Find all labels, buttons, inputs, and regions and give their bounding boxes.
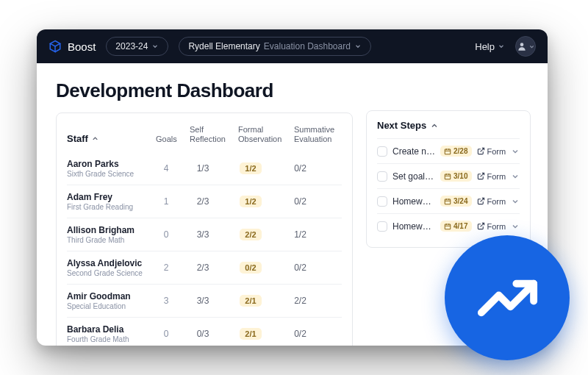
topbar: Boost 2023-24 Rydell Elementary Evaluati…	[37, 29, 548, 63]
step-date: 3/24	[440, 196, 471, 207]
external-link-icon	[477, 147, 485, 155]
staff-table: Staff Goals Self Reflection Formal Obser…	[56, 113, 353, 346]
chevron-up-icon	[430, 121, 439, 130]
sum-value: 0/2	[276, 262, 324, 273]
staff-subject: Second Grade Science	[67, 269, 151, 277]
sum-value: 0/2	[276, 196, 324, 207]
step-date: 4/17	[440, 221, 471, 232]
school-name: Rydell Elementary	[188, 41, 259, 51]
chevron-up-icon	[91, 135, 99, 143]
table-row[interactable]: Alyssa AndjelovicSecond Grade Science22/…	[67, 251, 342, 284]
external-link-icon	[477, 172, 485, 180]
sum-value: 0/2	[276, 329, 324, 339]
context-selector[interactable]: Rydell Elementary Evaluation Dashboard	[179, 37, 370, 56]
staff-subject: Special Education	[67, 302, 151, 310]
user-icon	[517, 41, 527, 51]
goals-value: 4	[151, 163, 181, 174]
goals-value: 0	[151, 229, 181, 240]
next-steps-card: Next Steps Create n…2/28FormSet goal…3/1…	[366, 110, 531, 248]
self-value: 0/3	[181, 329, 225, 339]
brand-name: Boost	[68, 40, 96, 53]
table-row[interactable]: Adam FreyFirst Grade Reading12/31/20/2	[67, 185, 342, 218]
sum-value: 2/2	[276, 296, 324, 306]
calendar-icon	[444, 173, 451, 180]
col-self[interactable]: Self Reflection	[190, 125, 234, 144]
step-checkbox[interactable]	[377, 221, 387, 232]
chevron-down-icon[interactable]	[511, 172, 520, 181]
goals-value: 2	[151, 262, 181, 273]
step-form-link[interactable]: Form	[477, 147, 506, 156]
next-step-item: Homew…4/17Form	[377, 213, 520, 238]
col-formal[interactable]: Formal Observation	[238, 125, 290, 144]
col-goals[interactable]: Goals	[156, 135, 185, 144]
external-link-icon	[477, 197, 485, 205]
page-title: Development Dashboard	[56, 79, 353, 102]
calendar-icon	[444, 148, 451, 155]
staff-subject: Third Grade Math	[67, 236, 151, 244]
svg-rect-4	[445, 224, 451, 229]
left-panel: Development Dashboard Staff Goals Self R…	[56, 79, 353, 346]
chevron-down-icon	[528, 43, 535, 50]
formal-value: 2/2	[225, 229, 276, 240]
staff-name: Aaron Parks	[67, 159, 151, 169]
next-step-item: Set goal…3/10Form	[377, 163, 520, 188]
staff-name: Adam Frey	[67, 192, 151, 202]
chevron-down-icon[interactable]	[511, 197, 520, 206]
svg-point-0	[520, 43, 523, 46]
svg-rect-3	[445, 199, 451, 204]
chevron-down-icon	[151, 43, 159, 50]
chevron-down-icon[interactable]	[511, 147, 520, 156]
chevron-down-icon	[354, 43, 362, 50]
cube-icon	[49, 40, 62, 53]
step-date: 3/10	[440, 171, 471, 182]
step-title: Set goal…	[392, 171, 435, 182]
self-value: 1/3	[181, 163, 225, 174]
staff-subject: First Grade Reading	[67, 203, 151, 211]
sum-value: 0/2	[276, 163, 324, 174]
step-checkbox[interactable]	[377, 146, 387, 157]
goals-value: 1	[151, 196, 181, 207]
brand-logo[interactable]: Boost	[49, 40, 96, 53]
svg-rect-1	[445, 149, 451, 154]
chevron-down-icon	[498, 43, 505, 50]
step-form-link[interactable]: Form	[477, 172, 506, 181]
user-avatar[interactable]	[515, 36, 536, 57]
col-staff[interactable]: Staff	[67, 133, 151, 145]
trending-up-icon	[473, 263, 542, 333]
year-value: 2023-24	[115, 41, 148, 51]
table-row[interactable]: Allison BrighamThird Grade Math03/32/21/…	[67, 218, 342, 251]
staff-name: Alyssa Andjelovic	[67, 258, 151, 268]
table-row[interactable]: Barbara DeliaFourth Grade Math00/32/10/2	[67, 317, 342, 346]
next-steps-list: Create n…2/28FormSet goal…3/10FormHomew……	[377, 138, 520, 238]
table-row[interactable]: Amir GoodmanSpecial Education33/32/12/2	[67, 284, 342, 317]
col-sum[interactable]: Summative Evaluation	[294, 125, 342, 144]
step-checkbox[interactable]	[377, 196, 387, 207]
sum-value: 1/2	[276, 229, 324, 240]
help-label: Help	[475, 41, 495, 52]
formal-value: 2/1	[225, 295, 276, 307]
goals-value: 0	[151, 329, 181, 339]
step-title: Homew…	[392, 196, 435, 207]
step-checkbox[interactable]	[377, 171, 387, 182]
staff-name: Amir Goodman	[67, 291, 151, 301]
table-body: Aaron ParksSixth Grade Science41/31/20/2…	[67, 152, 342, 346]
year-selector[interactable]: 2023-24	[106, 37, 168, 56]
step-form-link[interactable]: Form	[477, 197, 506, 206]
trend-badge	[445, 235, 570, 360]
self-value: 3/3	[181, 229, 225, 240]
step-title: Create n…	[392, 146, 435, 157]
context-name: Evaluation Dashboard	[264, 41, 351, 51]
chevron-down-icon[interactable]	[511, 222, 520, 231]
table-row[interactable]: Aaron ParksSixth Grade Science41/31/20/2	[67, 152, 342, 185]
staff-subject: Sixth Grade Science	[67, 170, 151, 178]
help-menu[interactable]: Help	[475, 41, 505, 52]
calendar-icon	[444, 198, 451, 205]
formal-value: 1/2	[225, 162, 276, 174]
self-value: 2/3	[181, 262, 225, 273]
next-steps-header[interactable]: Next Steps	[377, 120, 520, 138]
self-value: 2/3	[181, 196, 225, 207]
step-form-link[interactable]: Form	[477, 222, 506, 231]
next-step-item: Homew…3/24Form	[377, 188, 520, 213]
formal-value: 0/2	[225, 262, 276, 274]
staff-name: Allison Brigham	[67, 225, 151, 235]
